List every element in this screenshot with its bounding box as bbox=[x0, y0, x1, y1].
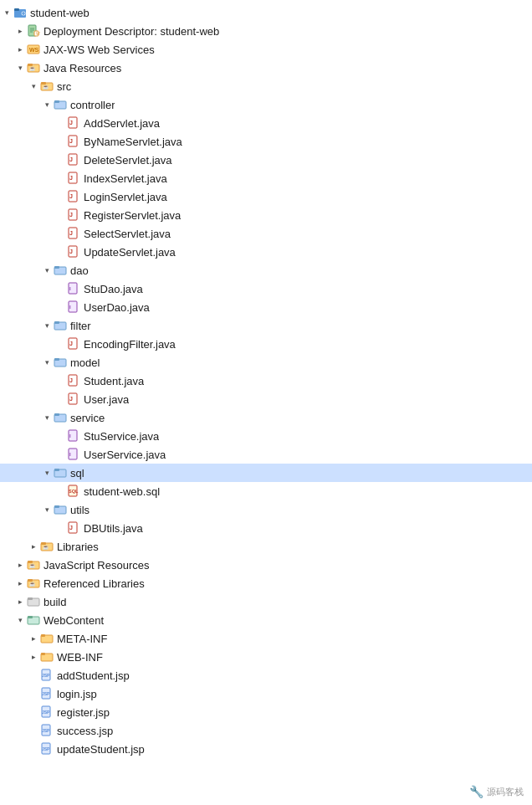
arrow-WEB-INF[interactable] bbox=[27, 650, 40, 664]
arrow-dao[interactable] bbox=[40, 264, 54, 277]
arrow-service[interactable] bbox=[40, 411, 54, 424]
tree-item-WebContent[interactable]: WebContent bbox=[0, 611, 532, 629]
arrow-referenced-libraries[interactable] bbox=[13, 577, 27, 590]
tree-item-UserService[interactable]: IUserService.java bbox=[0, 445, 532, 464]
icon-interface-StuDao: I bbox=[67, 282, 80, 295]
arrow-WebContent[interactable] bbox=[13, 613, 27, 627]
tree-item-referenced-libraries[interactable]: ☕Referenced Libraries bbox=[0, 574, 532, 592]
arrow-src[interactable] bbox=[27, 79, 40, 93]
svg-text:J: J bbox=[69, 230, 73, 236]
icon-java-DBUtils: J bbox=[67, 521, 80, 535]
svg-text:J: J bbox=[69, 175, 73, 181]
arrow-utils[interactable] bbox=[40, 503, 54, 516]
icon-package-model bbox=[54, 356, 67, 369]
arrow-javascript-resources[interactable] bbox=[13, 558, 27, 572]
tree-item-src[interactable]: ☕src bbox=[0, 77, 532, 95]
tree-item-student-web[interactable]: student-web bbox=[0, 3, 532, 22]
tree-item-User[interactable]: JUser.java bbox=[0, 390, 532, 408]
tree-item-DeleteServlet[interactable]: JDeleteServlet.java bbox=[0, 151, 532, 169]
tree-item-AddServlet[interactable]: JAddServlet.java bbox=[0, 114, 532, 132]
tree-item-deployment-descriptor[interactable]: WDeployment Descriptor: student-web bbox=[0, 22, 532, 40]
label-dao: dao bbox=[70, 264, 89, 277]
arrow-controller[interactable] bbox=[40, 98, 54, 111]
icon-java-ByNameServlet: J bbox=[67, 135, 80, 148]
tree-item-login-jsp[interactable]: JSPlogin.jsp bbox=[0, 685, 532, 703]
tree-item-StuService[interactable]: IStuService.java bbox=[0, 427, 532, 445]
svg-text:JSP: JSP bbox=[42, 673, 50, 678]
tree-item-UserDao[interactable]: IUserDao.java bbox=[0, 298, 532, 316]
label-Libraries: Libraries bbox=[57, 541, 99, 553]
arrow-deployment-descriptor[interactable] bbox=[13, 24, 27, 38]
tree-item-ByNameServlet[interactable]: JByNameServlet.java bbox=[0, 132, 532, 151]
arrow-student-web[interactable] bbox=[0, 6, 13, 19]
tree-item-StuDao[interactable]: IStuDao.java bbox=[0, 279, 532, 298]
arrow-filter[interactable] bbox=[40, 319, 54, 332]
icon-jsres-javascript-resources: ☕ bbox=[27, 558, 40, 572]
arrow-sql[interactable] bbox=[40, 466, 54, 479]
arrow-jax-ws[interactable] bbox=[13, 43, 27, 56]
tree-item-java-resources[interactable]: ☕Java Resources bbox=[0, 59, 532, 77]
svg-text:☕: ☕ bbox=[29, 562, 36, 569]
tree-item-RegisterServlet[interactable]: JRegisterServlet.java bbox=[0, 206, 532, 224]
tree-item-sql[interactable]: sql bbox=[0, 464, 532, 482]
svg-text:J: J bbox=[69, 138, 73, 144]
arrow-Libraries[interactable] bbox=[27, 540, 40, 553]
tree-item-updateStudent-jsp[interactable]: JSPupdateStudent.jsp bbox=[0, 740, 532, 758]
watermark-text: 源码客栈 bbox=[487, 786, 524, 798]
label-DBUtils: DBUtils.java bbox=[84, 522, 143, 535]
label-build: build bbox=[43, 596, 66, 608]
tree-item-SelectServlet[interactable]: JSelectServlet.java bbox=[0, 224, 532, 243]
tree-item-EncodingFilter[interactable]: JEncodingFilter.java bbox=[0, 335, 532, 353]
tree-item-controller[interactable]: controller bbox=[0, 95, 532, 114]
label-register-jsp: register.jsp bbox=[57, 706, 110, 719]
tree-item-DBUtils[interactable]: JDBUtils.java bbox=[0, 519, 532, 537]
svg-rect-46 bbox=[54, 358, 59, 361]
label-deployment-descriptor: Deployment Descriptor: student-web bbox=[43, 25, 219, 38]
icon-java-IndexServlet: J bbox=[67, 172, 80, 185]
tree-item-Libraries[interactable]: ☕Libraries bbox=[0, 537, 532, 556]
tree-item-dao[interactable]: dao bbox=[0, 261, 532, 279]
tree-item-filter[interactable]: filter bbox=[0, 316, 532, 335]
tree-item-service[interactable]: service bbox=[0, 408, 532, 427]
label-StuService: StuService.java bbox=[84, 430, 159, 443]
arrow-model[interactable] bbox=[40, 356, 54, 369]
svg-rect-36 bbox=[54, 266, 59, 269]
svg-text:JSP: JSP bbox=[42, 728, 50, 733]
icon-java-SelectServlet: J bbox=[67, 227, 80, 240]
tree-item-jax-ws[interactable]: WSJAX-WS Web Services bbox=[0, 40, 532, 59]
svg-text:☕: ☕ bbox=[29, 581, 36, 587]
tree-item-utils[interactable]: utils bbox=[0, 500, 532, 519]
tree-item-javascript-resources[interactable]: ☕JavaScript Resources bbox=[0, 556, 532, 574]
arrow-META-INF[interactable] bbox=[27, 632, 40, 645]
tree-item-WEB-INF[interactable]: WEB-INF bbox=[0, 648, 532, 666]
svg-text:J: J bbox=[69, 341, 73, 346]
tree-item-register-jsp[interactable]: JSPregister.jsp bbox=[0, 703, 532, 721]
svg-rect-1 bbox=[14, 8, 19, 11]
icon-package-filter bbox=[54, 319, 67, 332]
tree-item-IndexServlet[interactable]: JIndexServlet.java bbox=[0, 169, 532, 187]
label-utils: utils bbox=[70, 504, 90, 516]
tree-item-LoginServlet[interactable]: JLoginServlet.java bbox=[0, 187, 532, 206]
tree-item-META-INF[interactable]: META-INF bbox=[0, 629, 532, 648]
label-RegisterServlet: RegisterServlet.java bbox=[84, 209, 181, 222]
tree-item-addStudent-jsp[interactable]: JSPaddStudent.jsp bbox=[0, 666, 532, 685]
icon-jsp-success-jsp: JSP bbox=[40, 724, 54, 737]
tree-item-model[interactable]: model bbox=[0, 353, 532, 372]
tree-item-UpdateServlet[interactable]: JUpdateServlet.java bbox=[0, 243, 532, 261]
icon-jsp-register-jsp: JSP bbox=[40, 705, 54, 719]
label-javascript-resources: JavaScript Resources bbox=[43, 559, 149, 572]
tree-item-success-jsp[interactable]: JSPsuccess.jsp bbox=[0, 721, 532, 740]
arrow-build[interactable] bbox=[13, 595, 27, 608]
icon-jsp-login-jsp: JSP bbox=[40, 687, 54, 700]
icon-jsp-updateStudent-jsp: JSP bbox=[40, 742, 54, 756]
icon-java-User: J bbox=[67, 392, 80, 406]
arrow-java-resources[interactable] bbox=[13, 61, 27, 74]
svg-rect-18 bbox=[54, 100, 59, 103]
tree-item-build[interactable]: build bbox=[0, 592, 532, 611]
tree-item-Student[interactable]: JStudent.java bbox=[0, 372, 532, 390]
icon-build-build bbox=[27, 595, 40, 608]
svg-text:J: J bbox=[69, 212, 73, 218]
icon-package-utils bbox=[54, 503, 67, 516]
svg-text:SQL: SQL bbox=[69, 489, 79, 494]
tree-item-student-web-sql[interactable]: SQLstudent-web.sql bbox=[0, 482, 532, 500]
